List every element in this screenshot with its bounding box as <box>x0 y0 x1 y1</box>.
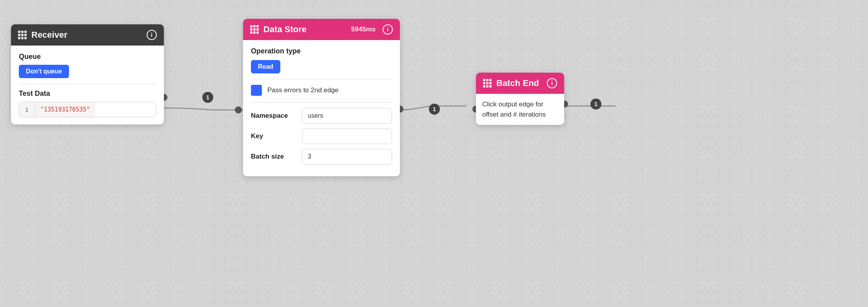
badge-1: 1 <box>202 92 213 103</box>
batchend-header: Batch End i <box>476 73 564 94</box>
key-row: Key <box>251 128 392 144</box>
receiver-title: Receiver <box>31 30 67 40</box>
grid-icon <box>18 31 27 39</box>
divider-1 <box>19 84 156 84</box>
grid-icon-3 <box>483 79 492 88</box>
batchsize-row: Batch size <box>251 149 392 164</box>
receiver-node: Receiver i Queue Don't queue Test Data 1… <box>11 24 164 124</box>
batchend-header-left: Batch End <box>483 78 539 88</box>
test-data-label: Test Data <box>19 90 156 98</box>
batchend-body: Click output edge for offset and # itera… <box>476 94 564 125</box>
receiver-header: Receiver i <box>11 24 164 46</box>
datastore-header-left: Data Store <box>250 24 307 35</box>
key-input[interactable] <box>302 128 392 144</box>
batchsize-label: Batch size <box>251 153 302 161</box>
namespace-label: Namespace <box>251 112 302 120</box>
receiver-info-button[interactable]: i <box>147 30 157 40</box>
datastore-title: Data Store <box>263 24 307 35</box>
pass-errors-row: Pass errors to 2nd edge <box>251 85 392 96</box>
pass-errors-checkbox[interactable] <box>251 85 262 96</box>
receiver-body: Queue Don't queue Test Data 1 "135193176… <box>11 46 164 124</box>
datastore-header-right: 5945ms i <box>351 24 393 35</box>
key-label: Key <box>251 132 302 140</box>
dont-queue-button[interactable]: Don't queue <box>19 65 69 78</box>
datastore-timing: 5945ms <box>351 26 376 33</box>
queue-label: Queue <box>19 53 156 61</box>
receiver-header-left: Receiver <box>18 30 67 40</box>
row-value: "135193176535" <box>35 102 95 117</box>
namespace-input[interactable] <box>302 108 392 124</box>
read-button[interactable]: Read <box>251 60 280 73</box>
datastore-info-button[interactable]: i <box>383 24 393 35</box>
divider-3 <box>251 102 392 102</box>
batchend-info-button[interactable]: i <box>547 78 557 88</box>
badge-2: 1 <box>429 104 440 115</box>
operation-type-label: Operation type <box>251 47 392 55</box>
namespace-row: Namespace <box>251 108 392 124</box>
batchsize-input[interactable] <box>302 149 392 164</box>
table-row: 1 "135193176535" <box>19 102 156 117</box>
datastore-input-port[interactable] <box>235 106 242 113</box>
batchend-text: Click output edge for offset and # itera… <box>482 101 546 118</box>
divider-2 <box>251 79 392 79</box>
pass-errors-label: Pass errors to 2nd edge <box>267 86 338 94</box>
datastore-body: Operation type Read Pass errors to 2nd e… <box>243 40 400 176</box>
batchend-node: Batch End i Click output edge for offset… <box>476 73 564 125</box>
row-index: 1 <box>19 102 35 117</box>
test-data-table: 1 "135193176535" <box>19 102 156 117</box>
datastore-node: Data Store 5945ms i Operation type Read … <box>243 19 400 176</box>
badge-3: 1 <box>590 99 601 110</box>
grid-icon-2 <box>250 25 259 34</box>
datastore-header: Data Store 5945ms i <box>243 19 400 40</box>
batchend-title: Batch End <box>496 78 539 88</box>
